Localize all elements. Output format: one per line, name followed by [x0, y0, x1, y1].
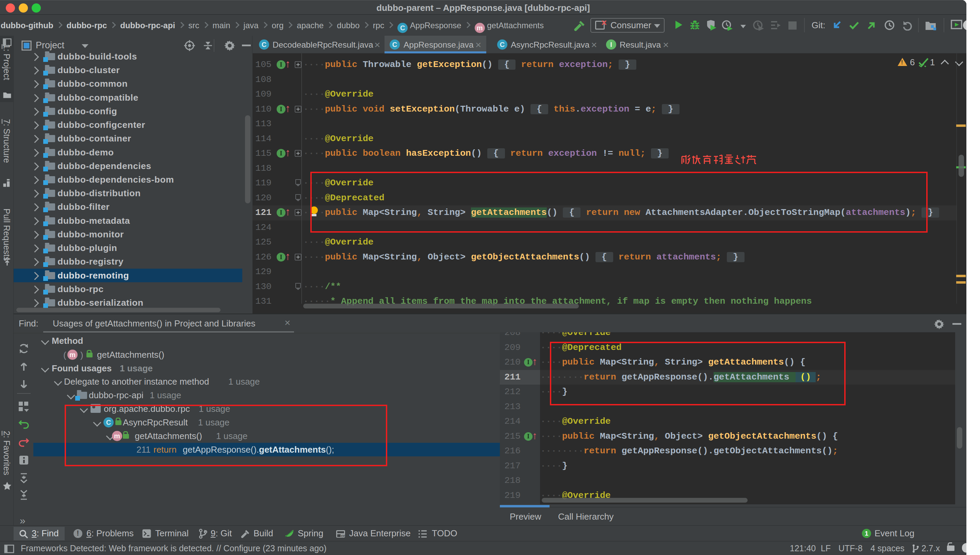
svg-text:EE: EE — [341, 534, 345, 537]
